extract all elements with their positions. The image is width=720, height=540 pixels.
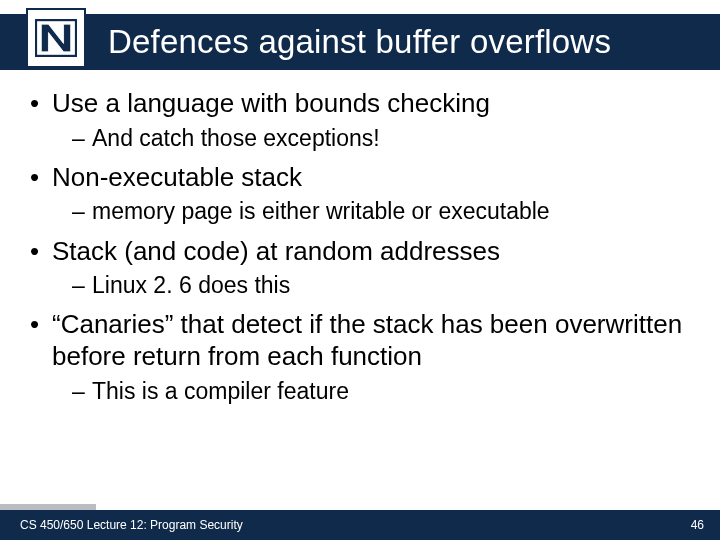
bullet-subitem: And catch those exceptions! — [30, 124, 700, 152]
slide-title: Defences against buffer overflows — [108, 23, 611, 61]
bullet-subitem: Linux 2. 6 does this — [30, 271, 700, 299]
bullet-item: “Canaries” that detect if the stack has … — [30, 309, 700, 372]
bullet-subitem: memory page is either writable or execut… — [30, 197, 700, 225]
slide: Defences against buffer overflows Use a … — [0, 0, 720, 540]
footer-left-text: CS 450/650 Lecture 12: Program Security — [20, 518, 243, 532]
footer-bar: CS 450/650 Lecture 12: Program Security … — [0, 510, 720, 540]
university-logo — [26, 8, 86, 68]
bullet-subitem: This is a compiler feature — [30, 377, 700, 405]
title-bar: Defences against buffer overflows — [0, 14, 720, 70]
slide-body: Use a language with bounds checking And … — [30, 88, 700, 415]
slide-number: 46 — [691, 518, 704, 532]
bullet-item: Use a language with bounds checking — [30, 88, 700, 120]
bullet-item: Stack (and code) at random addresses — [30, 236, 700, 268]
n-logo-icon — [35, 19, 77, 57]
bullet-item: Non-executable stack — [30, 162, 700, 194]
